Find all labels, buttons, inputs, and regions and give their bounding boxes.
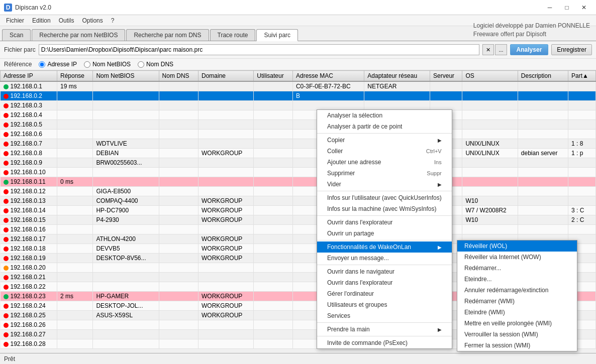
radio-nom-netbios[interactable]: Nom NetBIOS [84,61,131,68]
table-row[interactable]: 192.168.0.5 [1,120,596,130]
tab-traceroute[interactable]: Trace route [210,29,256,41]
table-row[interactable]: 192.168.0.2 B [1,91,596,101]
table-row[interactable]: 192.168.0.6 [1,130,596,139]
menu-options[interactable]: Options [78,16,107,25]
separator-7 [317,336,452,336]
cell-domain [198,177,253,187]
tab-scan[interactable]: Scan [2,29,31,41]
ctx-supprimer[interactable]: Supprimer Suppr [317,168,452,179]
enregistrer-button[interactable]: Enregistrer [551,44,592,55]
cell-domain: WORKGROUP [198,301,253,311]
col-adaptateur: Adaptateur réseau [364,71,430,82]
menu-fichier[interactable]: Fichier [2,16,28,25]
col-part: Part▲ [568,71,596,82]
wol-reveiller[interactable]: Réveiller (WOL) [457,240,577,252]
ctx-analyser-selection[interactable]: Analyser la sélection [317,110,452,121]
ctx-ouvrir-navigateur[interactable]: Ouvrir dans le navigateur [317,266,452,277]
minimize-button[interactable]: ─ [542,2,558,13]
clear-file-button[interactable]: ✕ [482,44,494,55]
status-dot [4,189,9,194]
ctx-coller[interactable]: Coller Ctrl+V [317,146,452,157]
cell-ip: 192.168.0.3 [1,101,57,110]
ctx-gerer-ordinateur[interactable]: Gérer l'ordinateur [317,288,452,299]
cell-netbios [93,282,159,292]
cell-user [254,320,293,330]
status-dot [4,103,9,108]
ctx-copier[interactable]: Copier ▶ [317,135,452,146]
cell-os: W10 [462,196,518,206]
status-dot [4,332,9,337]
ctx-envoyer-message[interactable]: Envoyer un message... [317,253,452,264]
cell-domain [198,330,253,339]
tab-dns[interactable]: Recherche par nom DNS [126,29,209,41]
app-title: Dipiscan v2.0 [15,4,542,11]
cell-netbios: HP-GAMER [93,292,159,301]
ctx-infos-utilisateur[interactable]: Infos sur l'utilisateur (avec QuickUserI… [317,192,452,203]
analyser-button[interactable]: Analyser [510,44,549,55]
ctx-invite-commande[interactable]: Invite de commande (PsExec) [317,337,452,348]
table-row[interactable]: 192.168.0.12 GIGA-E8500 [1,187,596,196]
radio-nom-dns[interactable]: Nom DNS [138,61,173,68]
status-dot [4,142,9,147]
cell-response [57,206,92,215]
cell-os [462,81,518,91]
menu-outils[interactable]: Outils [55,16,78,25]
table-row[interactable]: 192.168.0.16 [1,225,596,234]
table-row[interactable]: 192.168.0.15 P4-2930 WORKGROUP W10 2 : C [1,215,596,225]
wol-eteindre-wmi[interactable]: Eteindre (WMI) [457,307,577,318]
wol-veille-prolongee[interactable]: Mettre en veille prolongée (WMI) [457,318,577,329]
cell-response [57,139,92,149]
cell-user [254,301,293,311]
maximize-button[interactable]: □ [559,2,575,13]
status-dot [4,256,9,261]
cell-dns [159,339,198,349]
wol-annuler-reboot[interactable]: Annuler redémarrage/extinction [457,285,577,296]
ctx-services[interactable]: Services [317,310,452,321]
table-row[interactable]: 192.168.0.11 0 ms [1,177,596,187]
table-row[interactable]: 192.168.0.13 COMPAQ-4400 WORKGROUP W10 [1,196,596,206]
ctx-ouvrir-explorateur-2[interactable]: Ouvrir dans l'explorateur [317,277,452,288]
browse-file-button[interactable]: ... [495,44,507,55]
cell-ip: 192.168.0.1 [1,81,57,91]
table-row[interactable]: 192.168.0.7 WDTVLIVE UNIX/LINUX 1 : 8 [1,139,596,149]
col-domaine: Domaine [198,71,253,82]
ctx-ouvrir-partage[interactable]: Ouvrir un partage [317,228,452,239]
cell-part [568,130,596,139]
cell-os [462,91,518,101]
status-dot [4,151,9,156]
table-row[interactable]: 192.168.0.14 HP-DC7900 WORKGROUP W7 / W2… [1,206,596,215]
ctx-wakeonlan[interactable]: Fonctionnalités de WakeOnLan ▶ [317,241,452,253]
menu-help[interactable]: ? [107,16,119,25]
fichier-parc-input[interactable] [39,44,480,55]
table-row[interactable]: 192.168.0.3 [1,101,596,110]
cell-response [57,244,92,254]
table-row[interactable]: 192.168.0.4 [1,110,596,120]
menu-edition[interactable]: Edition [28,16,55,25]
close-button[interactable]: ✕ [576,2,592,13]
wol-reveiller-internet[interactable]: Réveiller via Internet (WOW) [457,252,577,263]
radio-adresse-ip[interactable]: Adresse IP [39,61,77,68]
wol-verrouiller-session[interactable]: Verrouiller la session (WMI) [457,329,577,340]
tab-netbios[interactable]: Recherche par nom NetBIOS [32,29,125,41]
ctx-ajouter-adresse[interactable]: Ajouter une adresse Ins [317,157,452,168]
ctx-infos-machine[interactable]: Infos sur la machine (avec WmiSysInfos) [317,203,452,214]
table-row[interactable]: 192.168.0.8 DEBIAN WORKGROUP UNIX/LINUX … [1,149,596,158]
wol-fermer-session[interactable]: Fermer la session (WMI) [457,340,577,351]
table-row[interactable]: 192.168.0.9 BRW00255603... [1,158,596,168]
ctx-vider[interactable]: Vider ▶ [317,179,452,190]
wol-redemarrer[interactable]: Redémarrer... [457,263,577,274]
cell-domain: WORKGROUP [198,311,253,320]
cell-netbios: HP-DC7900 [93,206,159,215]
ctx-prendre-main[interactable]: Prendre la main ▶ [317,324,452,335]
table-row[interactable]: 192.168.0.1 19 ms C0-3F-0E-B7-72-BC NETG… [1,81,596,91]
wol-eteindre[interactable]: Eteindre... [457,274,577,285]
cell-dns [159,177,198,187]
ctx-utilisateurs-groupes[interactable]: Utilisateurs et groupes [317,299,452,310]
table-row[interactable]: 192.168.0.10 [1,168,596,177]
cell-dns [159,292,198,301]
ctx-analyser-point[interactable]: Analyser à partir de ce point [317,121,452,132]
ctx-ouvrir-explorateur-1[interactable]: Ouvrir dans l'explorateur [317,217,452,228]
cell-netbios: DESKTOP-JOL... [93,301,159,311]
tab-suivi-parc[interactable]: Suivi parc [256,29,298,41]
wol-redemarrer-wmi[interactable]: Redémarrer (WMI) [457,296,577,307]
